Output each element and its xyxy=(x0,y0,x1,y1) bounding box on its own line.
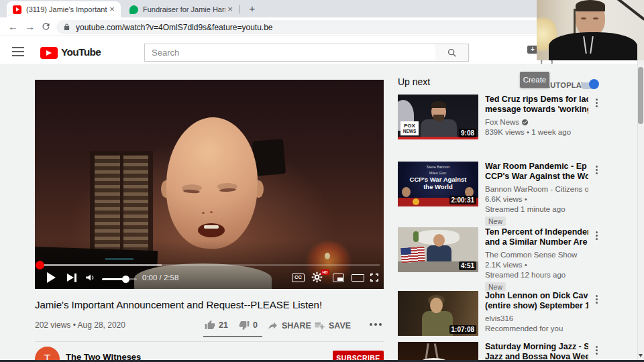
channel-row[interactable]: Fox News xyxy=(485,117,588,127)
new-tab-button[interactable]: + xyxy=(246,2,259,15)
next-button[interactable] xyxy=(67,274,74,282)
hd-quality-badge: HD xyxy=(321,269,329,275)
youtube-logo-text[interactable]: YouTube xyxy=(61,46,101,58)
duration-badge: 9:08 xyxy=(459,129,476,137)
suggested-title-line[interactable]: Ted Cruz rips Dems for lack of xyxy=(485,95,588,105)
person-hair xyxy=(576,0,605,11)
search-button[interactable] xyxy=(435,44,469,62)
save-button[interactable]: SAVE xyxy=(314,320,351,331)
item-menu-icon[interactable] xyxy=(596,166,598,168)
suggested-video-1[interactable]: FOX NEWS 9:08 Ted Cruz rips Dems for lac… xyxy=(398,95,599,139)
suggested-channel[interactable]: elvis316 xyxy=(485,314,588,324)
forward-icon[interactable]: → xyxy=(25,21,35,32)
progress-scrubber[interactable] xyxy=(36,261,44,269)
suggested-channel[interactable]: The Common Sense Show xyxy=(485,250,588,260)
item-menu-icon[interactable] xyxy=(596,231,598,233)
new-badge: New xyxy=(485,282,506,292)
play-button[interactable] xyxy=(47,272,56,283)
tab-title: (3119) Jamie's Important Announ xyxy=(26,5,107,13)
progress-buffered xyxy=(39,264,162,266)
volume-icon[interactable] xyxy=(85,272,97,284)
thumb-text: CCP's War Against xyxy=(398,176,478,184)
new-badge: New xyxy=(485,217,506,226)
item-menu-icon[interactable] xyxy=(596,99,598,101)
video-details: War Room Pandemic - Ep 359 CCP's War Aga… xyxy=(485,162,599,227)
video-thumbnail[interactable]: 1:07:08 xyxy=(398,291,478,336)
miniplayer-button[interactable] xyxy=(333,274,344,282)
suggested-channel[interactable]: Fox News xyxy=(485,117,519,127)
url-text: youtube.com/watch?v=4OmlS7dld9s&feature=… xyxy=(76,23,273,32)
search-input[interactable] xyxy=(145,44,435,61)
scrollbar-thumb[interactable] xyxy=(638,67,643,124)
search-box[interactable] xyxy=(144,44,436,62)
reload-icon[interactable] xyxy=(41,21,51,32)
video-thumbnail[interactable] xyxy=(398,342,478,362)
up-next-heading: Up next xyxy=(398,76,430,87)
thumb-text: Miles Guo: xyxy=(398,171,478,175)
suggested-title-line[interactable]: and a Similar Number Are Doi... xyxy=(485,237,588,247)
dislike-button[interactable]: 0 xyxy=(239,320,258,330)
suggested-meta: Recommended for you xyxy=(485,324,588,334)
hamburger-menu-icon[interactable] xyxy=(12,47,24,59)
more-actions-button[interactable] xyxy=(370,323,372,326)
duration-badge: 1:07:08 xyxy=(449,325,476,334)
theater-mode-button[interactable] xyxy=(352,274,364,282)
tab-close-icon[interactable]: × xyxy=(225,5,235,14)
video-details: John Lennon on Dick Cavett (entire show)… xyxy=(485,291,599,336)
autoplay-toggle-knob[interactable] xyxy=(589,79,599,89)
time-display: 0:00 / 2:58 xyxy=(142,274,178,282)
scrollbar-down-arrow-icon[interactable] xyxy=(639,354,643,357)
suggested-meta: 6.6K views • xyxy=(485,194,588,204)
item-menu-icon[interactable] xyxy=(596,295,598,297)
video-details: Ted Cruz rips Dems for lack of message t… xyxy=(485,95,599,139)
suggested-title-line[interactable]: Saturday Morning Jazz - Sweet xyxy=(485,342,588,352)
video-thumbnail[interactable]: 4:51 xyxy=(398,227,478,272)
scene-speaker xyxy=(252,139,286,176)
next-button-bar xyxy=(74,274,76,282)
suggested-meta: Streamed 1 minute ago xyxy=(485,204,588,215)
browser-tab-fundraiser[interactable]: Fundraiser for Jamie Harris by N × xyxy=(123,1,239,17)
suggested-title-line[interactable]: CCP's War Against the World xyxy=(485,172,588,182)
like-button[interactable]: 21 xyxy=(205,320,228,330)
playlist-add-icon xyxy=(314,320,325,331)
suggested-video-4[interactable]: 1:07:08 John Lennon on Dick Cavett (enti… xyxy=(398,291,599,336)
suggested-video-3[interactable]: 4:51 Ten Percent of Independents and a S… xyxy=(398,227,599,292)
like-count: 21 xyxy=(219,320,228,330)
video-player[interactable]: 0:00 / 2:58 CC HD xyxy=(35,80,384,289)
fox-logo-line: FOX xyxy=(400,121,419,129)
suggested-title-line[interactable]: (entire show) September 11,... xyxy=(485,301,588,311)
back-icon[interactable]: ← xyxy=(8,21,18,32)
video-thumbnail[interactable]: FOX NEWS 9:08 xyxy=(398,95,478,139)
torso-art xyxy=(422,311,453,336)
suggested-title-line[interactable]: John Lennon on Dick Cavett xyxy=(485,291,588,301)
suggested-video-2[interactable]: Steve Bannon Miles Guo: CCP's War Agains… xyxy=(398,162,599,227)
captions-button[interactable]: CC xyxy=(292,274,305,282)
save-label: SAVE xyxy=(329,321,351,330)
video-thumbnail[interactable]: Steve Bannon Miles Guo: CCP's War Agains… xyxy=(398,162,478,206)
cable-art xyxy=(616,0,644,21)
person-eye xyxy=(593,17,598,19)
fullscreen-button[interactable] xyxy=(369,272,380,283)
create-tooltip: Create xyxy=(520,72,549,88)
progress-bar[interactable] xyxy=(39,264,380,266)
suggested-video-5[interactable]: Saturday Morning Jazz - Sweet Jazz and B… xyxy=(398,342,599,362)
tab-title: Fundraiser for Jamie Harris by N xyxy=(143,5,225,13)
item-menu-icon[interactable] xyxy=(596,346,598,348)
thumbs-up-icon xyxy=(205,320,215,330)
volume-slider[interactable] xyxy=(102,278,125,280)
cactus-art xyxy=(413,231,419,242)
suggested-channel[interactable]: Bannon WarRoom - Citizens of th... xyxy=(485,184,588,194)
volume-slider-rest xyxy=(129,278,137,280)
emblem-art xyxy=(413,198,419,205)
share-button[interactable]: SHARE xyxy=(267,320,311,331)
scene-nostril xyxy=(210,211,213,213)
lock-icon xyxy=(63,23,70,32)
separator xyxy=(35,341,384,342)
tab-close-icon[interactable]: × xyxy=(107,5,117,14)
suggested-title-line[interactable]: War Room Pandemic - Ep 359 xyxy=(485,162,588,172)
suggested-title-line[interactable]: Ten Percent of Independents xyxy=(485,227,588,237)
suggested-title-line[interactable]: message towards 'working me... xyxy=(485,105,588,115)
youtube-logo-icon[interactable] xyxy=(40,47,58,59)
thumbs-down-icon xyxy=(239,320,250,330)
browser-tab-youtube[interactable]: (3119) Jamie's Important Announ × xyxy=(7,1,121,17)
